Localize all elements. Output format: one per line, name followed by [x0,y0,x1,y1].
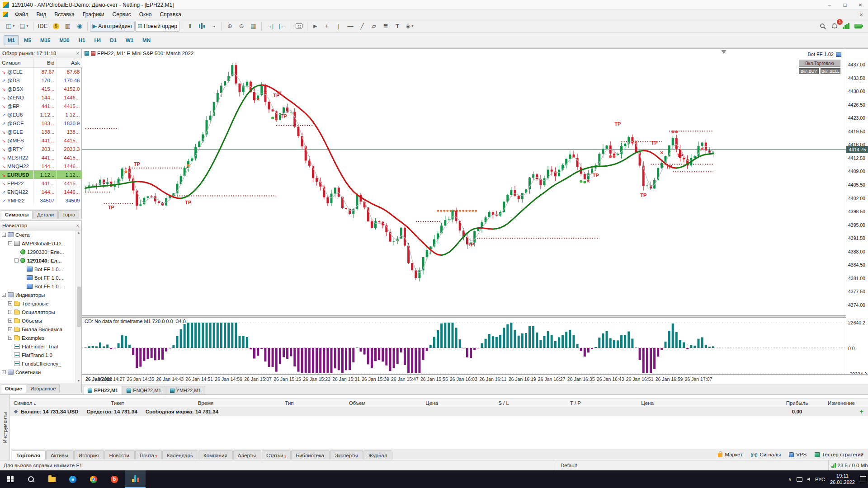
toolbox-column-header[interactable]: Тип [285,399,293,408]
navigator-close-icon[interactable] [76,223,79,228]
navigator-item[interactable]: Счета [0,230,75,239]
menu-item[interactable]: Сервис [108,10,135,19]
tree-expander[interactable] [8,319,12,323]
navigator-item[interactable]: Осцилляторы [0,308,75,316]
menu-item[interactable]: Файл [11,10,33,19]
toolbox-column-header[interactable]: Тикет [111,399,124,408]
text-button[interactable]: T [392,21,403,32]
chart-tab[interactable]: ENQH22,M1 [123,386,165,394]
maximize-button[interactable] [837,0,853,10]
tree-expander[interactable] [2,293,6,297]
tree-expander[interactable] [8,327,12,331]
timeframe-button[interactable]: MN [138,35,155,45]
chart-close-icon[interactable] [854,11,868,18]
toolbox-column-header[interactable]: Изменение [828,399,855,408]
zoom-out-button[interactable]: ⊖ [236,21,247,32]
navigator-item[interactable]: Индикаторы [0,291,75,299]
navigator-item[interactable]: Bot FF 1.0... [0,273,75,282]
navigator-item[interactable]: Советники [0,368,75,376]
new-chart-button[interactable]: ◫▾ [4,21,17,32]
market-watch-row[interactable]: @CLE 87.67 87.68 [0,67,82,76]
candles-chart-button[interactable] [196,21,208,32]
history-center-button[interactable]: ▥ [62,21,73,32]
navigator-item[interactable]: Bot FF 1.0... [0,282,75,291]
navigator-item[interactable]: Объемы [0,316,75,325]
market-watch-tab[interactable]: Символы [1,210,33,219]
toolbox-tab[interactable]: Торговля [12,450,46,460]
price-scale[interactable]: 4414.75 22640.2 0.0 -20334.2 4437.004433… [846,48,868,376]
toolbox-tab[interactable]: Активы [46,450,74,460]
menu-item[interactable]: Окно [135,10,156,19]
market-watch-row[interactable]: EURUSD 1.12... 1.12... [0,170,82,179]
navigator-item[interactable]: Examples [0,333,75,342]
market-watch-row[interactable]: @DB 170... 170.46 [0,76,82,84]
market-watch-row[interactable]: @GLE 138... 138... [0,127,82,136]
navigator-item[interactable]: Трендовые [0,299,75,308]
brave-button[interactable]: b [104,470,125,488]
market-watch-tab[interactable]: Детали [33,210,58,219]
file-explorer-button[interactable] [42,470,62,488]
tree-expander[interactable] [8,336,12,340]
menu-item[interactable]: Графики [79,10,108,19]
network-icon[interactable] [797,477,802,482]
toolbox-tab[interactable]: Библиотека [291,450,330,460]
toolbox-column-header[interactable]: T / P [570,399,581,408]
navigator-item[interactable]: FundsEfficiency_ [0,359,75,368]
toolbox-column-header[interactable]: Время [198,399,214,408]
service-button[interactable]: Тестер стратегий [815,452,863,457]
market-watch-close-icon[interactable] [76,51,79,56]
channel-button[interactable]: ▱ [368,21,380,32]
scroll-up-icon[interactable]: ▲ [77,231,80,234]
market-watch-row[interactable]: YMH22 34507 34509 [0,196,82,205]
crosshair-button[interactable]: + [321,21,333,32]
toolbox-tab[interactable]: Эксперты [330,450,363,460]
navigator-scrollbar[interactable]: ▲▼ [75,230,81,383]
edge-button[interactable]: e [62,470,83,488]
tree-expander[interactable] [8,310,12,314]
market-button[interactable]: $ [50,21,61,32]
status-profile[interactable]: Default [554,460,828,470]
enable-sell-button[interactable]: Вкл.SELL [821,68,840,74]
market-watch-row[interactable]: EPH22 441... 4415... [0,179,82,188]
algo-trading-button[interactable]: ▶Алготрейдинг [90,21,135,32]
volume-icon[interactable] [807,478,810,481]
market-watch-row[interactable]: @EU6 1.12... 1.12... [0,110,82,119]
market-watch-row[interactable]: MNQH22 144... 1446... [0,162,82,170]
toolbox-tab[interactable]: Календарь [162,450,198,460]
toolbox-tab[interactable]: История [74,450,104,460]
toolbox-tab[interactable]: Алерты [233,450,261,460]
navigator-item[interactable]: Bot FF 1.0... [0,265,75,273]
toolbox-side-strip[interactable]: Инструменты [0,395,10,460]
toolbox-column-header[interactable]: Цена [641,399,654,408]
navigator-item[interactable]: Билла Вильямса [0,325,75,333]
bars-chart-button[interactable]: ‖ [184,21,196,32]
market-watch-row[interactable]: @MES 441... 4415... [0,136,82,145]
scroll-down-icon[interactable]: ▼ [77,379,80,382]
tree-expander[interactable] [2,370,6,374]
tree-expander[interactable] [14,258,19,263]
line-chart-button[interactable]: ~ [208,21,219,32]
timeframe-button[interactable]: M15 [36,35,54,45]
close-button[interactable] [853,0,868,10]
expert-icon[interactable] [836,52,841,57]
toolbox-tab[interactable]: Новости [104,450,135,460]
start-button[interactable] [0,470,21,488]
toolbox-tab[interactable]: Почта7 [135,450,162,460]
toolbox-tab[interactable]: Журнал [363,450,392,460]
market-watch-row[interactable]: @EP 441... 4415... [0,102,82,110]
toolbox-column-header[interactable]: Цена [425,399,438,408]
tree-expander[interactable] [8,301,12,305]
tray-expand-icon[interactable]: ∧ [788,477,792,482]
menu-item[interactable]: Вид [33,10,51,19]
taskbar-search-button[interactable] [21,470,42,488]
market-watch-row[interactable]: @GCE 183... 1830.9 [0,119,82,127]
action-center-icon[interactable] [860,476,866,482]
search-button[interactable] [817,21,828,32]
navigator-item[interactable]: 1290330: Еле... [0,248,75,256]
horizontal-line-button[interactable]: — [345,21,356,32]
minimize-button[interactable] [822,0,837,10]
taskbar-clock[interactable]: 19:11 26.01.2022 [830,473,855,486]
market-watch-tab[interactable]: Торго [58,210,79,219]
ide-button[interactable]: IDE [36,21,50,32]
signals-button[interactable]: ◉ [74,21,85,32]
